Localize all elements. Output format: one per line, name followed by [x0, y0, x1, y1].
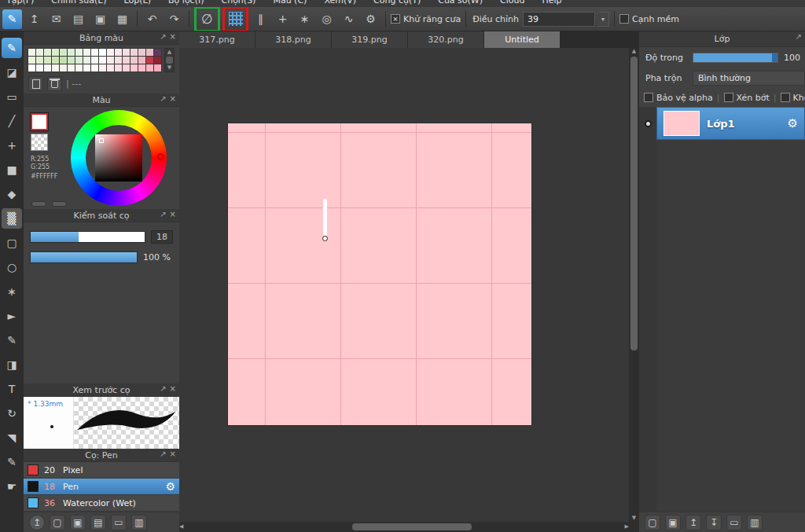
palette-swatch[interactable] — [91, 64, 98, 72]
brush-size-value[interactable]: 18 — [151, 230, 173, 244]
brush-settings-icon[interactable]: ⚙ — [165, 480, 175, 493]
adjust-dropdown-arrow-icon[interactable]: ▾ — [597, 12, 609, 27]
rotate-tool[interactable]: ↻ — [2, 403, 22, 424]
document-tab[interactable]: 320.png — [408, 31, 484, 48]
copy-button[interactable]: ▥ — [131, 515, 147, 530]
background-color-swatch[interactable] — [31, 134, 48, 151]
palette-scrollbar[interactable]: ▲ ▼ — [164, 48, 175, 72]
vanishing-point-snap-icon[interactable]: ∗ — [295, 9, 314, 29]
vertical-scrollbar[interactable]: ▲ ▼ — [629, 48, 639, 522]
palette-swatch[interactable] — [68, 64, 75, 72]
menu-item[interactable]: Công cụ(T) — [373, 0, 421, 6]
gradient-tool[interactable]: ▒ — [2, 208, 22, 229]
palette-swatch[interactable] — [146, 49, 153, 56]
palette-swatch[interactable] — [44, 57, 51, 64]
close-icon[interactable]: × — [170, 210, 176, 218]
popout-icon[interactable]: ↗ — [796, 32, 802, 41]
palette-swatch[interactable] — [99, 49, 106, 56]
comic-panel-icon[interactable]: ▦ — [112, 9, 132, 29]
item-list-button[interactable]: ▤ — [90, 515, 106, 530]
palette-swatch[interactable] — [146, 64, 153, 72]
palette-swatch[interactable] — [154, 57, 161, 64]
palette-swatch[interactable] — [107, 64, 114, 72]
palette-swatch[interactable] — [91, 49, 98, 56]
select-pen-tool[interactable]: ✎ — [2, 330, 22, 350]
comment-icon[interactable]: ✉ — [46, 9, 66, 29]
palette-swatch[interactable] — [60, 49, 67, 56]
layer-property-button[interactable]: ▣ — [665, 515, 681, 530]
brush-list-item[interactable]: 20 Pixel ⚙ — [24, 462, 179, 479]
palette-swatch[interactable] — [28, 57, 35, 64]
brush-list-item[interactable]: 36 Watercolor (Wet) ⚙ — [24, 495, 179, 512]
palette-swatch[interactable] — [28, 64, 35, 72]
palette-swatch[interactable] — [52, 64, 59, 72]
horizontal-scrollbar[interactable]: ◀ ▶ — [179, 522, 629, 532]
palette-swatch[interactable] — [75, 64, 83, 72]
delete-color-button[interactable] — [47, 76, 62, 91]
menu-item[interactable]: Tập(F) — [6, 0, 34, 6]
palette-swatch[interactable] — [52, 57, 59, 64]
palette-swatch[interactable] — [83, 57, 90, 64]
palette-swatch[interactable] — [36, 64, 43, 72]
scroll-up-icon[interactable]: ▲ — [632, 48, 636, 55]
palette-swatch[interactable] — [68, 49, 75, 56]
adjust-value-input[interactable]: 39 — [523, 12, 595, 27]
layer-visibility-toggle[interactable] — [639, 107, 656, 140]
popout-icon[interactable]: ↗ — [160, 94, 166, 103]
canvas-viewport[interactable] — [179, 48, 629, 522]
menu-item[interactable]: Chỉnh sửa(E) — [51, 0, 106, 6]
new-item-button[interactable]: ▢ — [50, 515, 65, 530]
soft-edge-checkbox[interactable]: Cạnh mềm — [619, 14, 679, 24]
palette-swatch[interactable] — [28, 49, 35, 56]
palette-swatch[interactable] — [83, 64, 90, 72]
close-icon[interactable]: × — [170, 384, 176, 393]
duplicate-layer-button[interactable]: ▥ — [747, 515, 763, 530]
menu-item[interactable]: Chọn(S) — [221, 0, 255, 6]
palette-swatch[interactable] — [115, 49, 122, 56]
upload-cloud-button[interactable]: ↥ — [29, 515, 45, 530]
merge-down-button[interactable]: ↧ — [706, 515, 722, 530]
popout-icon[interactable]: ↗ — [160, 384, 166, 393]
document-tab[interactable]: Untitled — [484, 31, 561, 48]
cross-snap-icon[interactable]: + — [273, 9, 292, 29]
bucket-tool[interactable]: ◆ — [2, 184, 22, 204]
new-canvas-icon[interactable]: ▣ — [90, 9, 110, 29]
new-layer-button[interactable]: ▢ — [645, 515, 660, 530]
brand-brush-icon[interactable]: ✎ — [2, 9, 22, 29]
palette-swatch[interactable] — [52, 49, 59, 56]
duplicate-item-button[interactable]: ▣ — [70, 515, 86, 530]
lasso-tool[interactable]: ○ — [2, 257, 22, 277]
document-tab[interactable]: 317.png — [179, 31, 255, 48]
menu-item[interactable]: Help — [542, 0, 561, 6]
save-icon[interactable]: ▤ — [68, 9, 88, 29]
color-mode-button-2[interactable] — [52, 201, 67, 207]
palette-swatch[interactable] — [115, 64, 122, 72]
menu-item[interactable]: Cửa sổ(W) — [438, 0, 483, 6]
popout-icon[interactable]: ↗ — [160, 32, 166, 41]
palette-swatch[interactable] — [130, 64, 138, 72]
eyedropper-tool[interactable]: ◥ — [2, 427, 22, 448]
palette-swatch[interactable] — [60, 64, 67, 72]
snap-settings-icon[interactable]: ⚙ — [361, 9, 380, 29]
eraser-tool[interactable]: ◪ — [2, 62, 22, 83]
close-icon[interactable]: × — [170, 449, 176, 458]
scrollbar-thumb[interactable] — [630, 57, 638, 350]
palette-swatch[interactable] — [60, 57, 67, 64]
protect-alpha-checkbox[interactable]: Bảo vệ alpha — [644, 93, 713, 103]
move-tool[interactable]: + — [2, 135, 22, 156]
select-eraser-tool[interactable]: ◨ — [2, 354, 22, 375]
clipping-checkbox[interactable]: Xén bớt — [724, 93, 770, 103]
close-icon[interactable]: × — [170, 94, 176, 103]
no-snap-icon[interactable]: ∅ — [197, 9, 217, 29]
palette-swatch[interactable] — [138, 57, 145, 64]
curve-snap-icon[interactable]: ∿ — [339, 9, 358, 29]
palette-swatch[interactable] — [146, 57, 153, 64]
blend-mode-select[interactable]: Bình thường — [693, 71, 805, 86]
foreground-color-swatch[interactable] — [31, 113, 48, 130]
scrollbar-thumb[interactable] — [352, 523, 472, 530]
document-tab[interactable]: 318.png — [255, 31, 332, 48]
marquee-rect-tool[interactable]: ▭ — [2, 86, 22, 107]
palette-swatch[interactable] — [130, 57, 138, 64]
fill-shape-tool[interactable]: ■ — [2, 160, 22, 180]
palette-swatch[interactable] — [75, 57, 83, 64]
